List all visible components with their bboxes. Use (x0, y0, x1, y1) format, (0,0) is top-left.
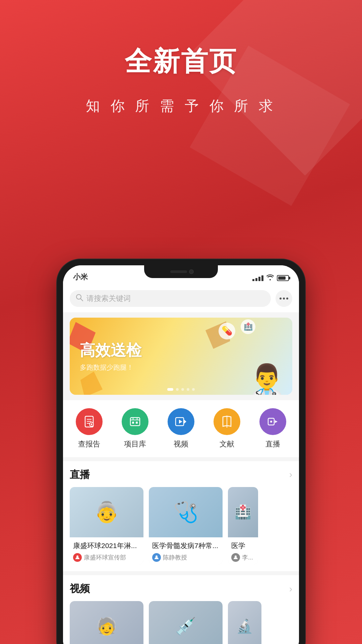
phone-notch (144, 265, 218, 278)
phone-outer-frame: 小米 (57, 259, 305, 644)
qa-live-label: 直播 (265, 439, 280, 449)
live-card-2-author: 陈静教授 (152, 553, 219, 562)
qa-literature[interactable]: 文献 (214, 408, 240, 449)
video-section-header: 视频 › (70, 575, 292, 601)
qa-literature-label: 文献 (220, 439, 234, 449)
live-section-more[interactable]: › (289, 469, 292, 480)
page-subtitle: 知 你 所 需 予 你 所 求 (0, 97, 362, 115)
live-card-3-author: 李... (231, 553, 255, 562)
svg-marker-20 (275, 420, 278, 423)
svg-rect-14 (136, 422, 138, 424)
banner-doctor-illustration: 👨‍⚕️ (248, 365, 286, 395)
notch-camera (189, 269, 194, 274)
live-card-3-author-name: 李... (242, 553, 253, 561)
live-card-3-thumb: 🏥 (228, 487, 258, 537)
video-card-2[interactable]: 💉 (149, 601, 223, 644)
qa-video-label: 视频 (174, 439, 188, 449)
banner-dots (167, 388, 195, 391)
svg-marker-17 (179, 420, 182, 424)
live-card-1-title: 康盛环球2021年淋... (73, 541, 140, 550)
svg-line-1 (80, 299, 83, 301)
live-card-1-author-name: 康盛环球宣传部 (84, 553, 126, 561)
svg-point-21 (270, 421, 272, 423)
search-area: 请搜索关键词 (63, 285, 299, 312)
banner[interactable]: 💊 🏥 高效送检 多跑数据少跑腿！ 👨‍⚕️ (70, 318, 292, 395)
svg-rect-13 (132, 422, 134, 424)
live-chevron-icon: › (289, 469, 292, 480)
signal-icon (252, 275, 263, 281)
more-button[interactable] (276, 290, 292, 307)
phone-inner-screen: 小米 (63, 265, 299, 644)
status-icons (252, 274, 289, 282)
live-card-2-title: 医学骨髓发病7种常... (152, 541, 219, 550)
live-card-3[interactable]: 🏥 医学 李... (228, 487, 258, 565)
live-card-2-author-name: 陈静教授 (163, 553, 187, 561)
live-card-1-author: 康盛环球宣传部 (73, 553, 140, 562)
search-placeholder-text: 请搜索关键词 (86, 293, 131, 304)
battery-icon (277, 275, 289, 281)
quick-actions: 查报告 项目库 视频 (63, 400, 299, 457)
search-box[interactable]: 请搜索关键词 (70, 290, 271, 307)
qa-live[interactable]: 直播 (259, 408, 286, 449)
live-card-2-thumb: 🩺 (149, 487, 223, 537)
carrier-label: 小米 (73, 272, 88, 282)
video-card-3[interactable]: 🔬 (228, 601, 261, 644)
wifi-icon (266, 274, 274, 282)
video-chevron-icon: › (289, 584, 292, 594)
header-text-area: 全新首页 知 你 所 需 予 你 所 求 (0, 0, 362, 115)
live-section-title: 直播 (70, 468, 90, 482)
banner-text: 高效送检 多跑数据少跑腿！ (70, 340, 141, 372)
live-card-1-info: 康盛环球2021年淋... 康盛环球宣传部 (70, 537, 143, 565)
live-cards-row: 👵 康盛环球2021年淋... 康盛环球宣传部 (70, 487, 292, 571)
live-card-2[interactable]: 🩺 医学骨髓发病7种常... 陈静教授 (149, 487, 223, 565)
video-cards-row: 🧓 💉 🔬 (70, 601, 292, 644)
live-section-header: 直播 › (70, 461, 292, 487)
app-content: 请搜索关键词 (63, 285, 299, 644)
phone-mockup: 小米 (57, 259, 305, 644)
live-card-3-title: 医学 (231, 541, 255, 550)
qa-project-label: 项目库 (124, 439, 146, 449)
svg-marker-16 (184, 420, 186, 424)
live-card-1-thumb: 👵 (70, 487, 143, 537)
banner-subtitle: 多跑数据少跑腿！ (80, 363, 141, 372)
live-section: 直播 › 👵 康盛环球2021年淋... (63, 461, 299, 571)
search-icon (76, 294, 83, 303)
qa-report-label: 查报告 (78, 439, 100, 449)
svg-rect-9 (130, 418, 140, 426)
video-section-more[interactable]: › (289, 584, 292, 594)
live-card-1[interactable]: 👵 康盛环球2021年淋... 康盛环球宣传部 (70, 487, 143, 565)
page-title: 全新首页 (0, 44, 362, 80)
qa-project[interactable]: 项目库 (122, 408, 148, 449)
notch-sensor (170, 270, 187, 273)
video-card-1[interactable]: 🧓 (70, 601, 143, 644)
banner-title: 高效送检 (80, 340, 141, 361)
live-card-2-info: 医学骨髓发病7种常... 陈静教授 (149, 537, 223, 565)
qa-video[interactable]: 视频 (168, 408, 194, 449)
qa-report[interactable]: 查报告 (76, 408, 103, 449)
video-section-title: 视频 (70, 582, 90, 596)
video-section: 视频 › 🧓 💉 (63, 575, 299, 644)
